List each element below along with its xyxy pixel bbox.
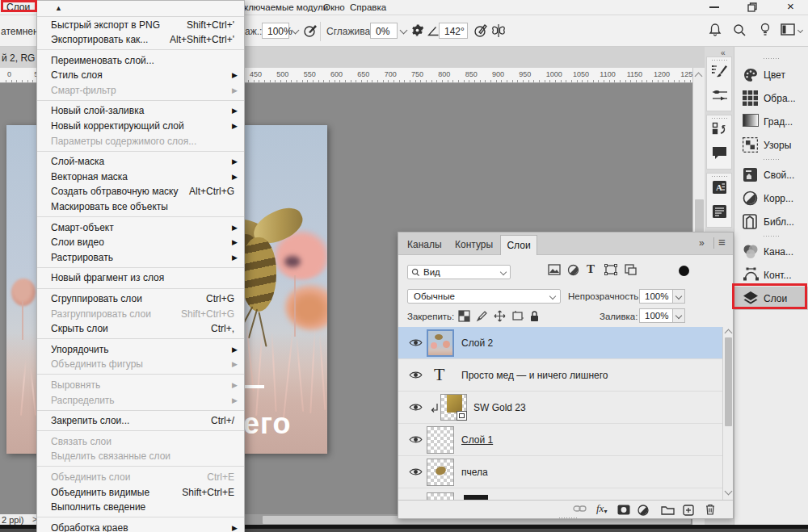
layer-name[interactable]: пчела: [461, 467, 488, 478]
panel-resize-handle[interactable]: [558, 517, 578, 519]
filter-pixel-layers-icon[interactable]: [548, 264, 561, 275]
smoothing-pen-icon[interactable]: [473, 23, 488, 38]
dock-panel-channels[interactable]: Кана...: [734, 240, 808, 263]
discover-bulb-icon[interactable]: [758, 22, 772, 37]
dock-group-handle[interactable]: [763, 235, 781, 237]
dock-group-handle[interactable]: [763, 57, 781, 60]
menu-item[interactable]: Закрепить слои...Ctrl+/: [37, 413, 244, 429]
panel-menu-icon[interactable]: ≡: [718, 235, 726, 249]
visibility-eye-icon[interactable]: [409, 403, 423, 412]
lock-transparent-icon[interactable]: [458, 310, 470, 322]
tab-channels[interactable]: Каналы: [407, 239, 442, 250]
dock-panel-adjustments[interactable]: Корр...: [734, 186, 808, 210]
delete-layer-trash-icon[interactable]: [705, 503, 716, 515]
menu-item[interactable]: Новый фрагмент из слоя: [37, 270, 244, 286]
menu-scroll-up[interactable]: ▲: [37, 1, 244, 17]
panel-overflow-icon[interactable]: »: [699, 237, 705, 249]
character-icon[interactable]: A: [712, 180, 727, 195]
layer-row[interactable]: Слой 2: [398, 327, 733, 359]
strip-group-handle[interactable]: [711, 117, 727, 119]
symmetry-butterfly-icon[interactable]: [490, 23, 507, 39]
smoothing-chevron-icon[interactable]: [400, 27, 408, 35]
visibility-eye-icon[interactable]: [409, 435, 423, 444]
lock-all-icon[interactable]: [529, 310, 540, 322]
menu-item[interactable]: Слои видео▶: [37, 235, 244, 250]
strip-group-handle[interactable]: [711, 59, 727, 61]
filter-smart-objects-icon[interactable]: [625, 264, 637, 275]
menu-item[interactable]: Слой-маска▶: [37, 154, 244, 170]
dock-panel-libraries[interactable]: Библ...: [734, 210, 808, 233]
angle-value-field[interactable]: 142°: [439, 23, 468, 39]
filter-adjustment-layers-icon[interactable]: [567, 264, 579, 276]
layer-row[interactable]: SW Gold 23: [398, 392, 733, 424]
menu-item[interactable]: Новый корректирующий слой▶: [37, 119, 244, 134]
menu-item[interactable]: Выполнить сведение: [37, 500, 244, 515]
menu-item[interactable]: Скрыть слоиCtrl+,: [37, 321, 244, 337]
blend-mode-select[interactable]: Обычные: [407, 289, 561, 304]
visibility-eye-icon[interactable]: [409, 338, 423, 347]
lock-artboard-icon[interactable]: [511, 310, 524, 322]
layer-row[interactable]: Слой 1: [398, 424, 733, 456]
layer-effects-icon[interactable]: fx▾: [596, 502, 607, 515]
zoom-chevron-icon[interactable]: [292, 27, 300, 35]
menu-item[interactable]: Сгруппировать слоиCtrl+G: [37, 291, 244, 307]
lock-position-icon[interactable]: [494, 310, 506, 322]
dock-panel-gradient[interactable]: Град...: [734, 110, 808, 133]
tab-paths[interactable]: Контуры: [455, 239, 493, 250]
menu-item[interactable]: Быстрый экспорт в PNGShift+Ctrl+': [37, 17, 244, 32]
dock-panel-patterns[interactable]: Узоры: [734, 133, 808, 157]
fill-chevron[interactable]: [673, 308, 685, 323]
lock-pixels-icon[interactable]: [476, 310, 488, 322]
menubar-item-plugins-partial[interactable]: ключаемые модули: [244, 2, 328, 12]
menubar-item-window[interactable]: Окно: [323, 2, 345, 12]
snapshot-icon[interactable]: [712, 122, 727, 137]
layer-name[interactable]: SW Gold 23: [473, 402, 526, 413]
layer-row[interactable]: пчела: [398, 456, 733, 488]
brushes-icon[interactable]: [712, 88, 728, 103]
window-close-button[interactable]: ×: [787, 0, 794, 13]
menu-item[interactable]: Обработка краев▶: [37, 520, 244, 532]
filter-toggle-icon[interactable]: [679, 266, 689, 276]
notifications-bell-icon[interactable]: [708, 23, 722, 37]
strip-group-handle[interactable]: [711, 175, 727, 178]
new-adjustment-icon[interactable]: [638, 505, 649, 516]
visibility-eye-icon[interactable]: [409, 371, 423, 379]
opacity-value-field[interactable]: 100%: [639, 289, 673, 304]
filter-shape-layers-icon[interactable]: [604, 264, 617, 275]
scroll-down-icon[interactable]: [725, 488, 733, 496]
fill-value-field[interactable]: 100%: [639, 308, 673, 323]
comments-icon[interactable]: [712, 146, 727, 160]
workspace-chevron-icon[interactable]: [797, 27, 803, 33]
menu-item[interactable]: Маскировать все объекты: [37, 199, 244, 215]
layer-row[interactable]: TПросто мед — и ничего лишнего: [398, 359, 733, 392]
workspace-panel-icon[interactable]: [781, 23, 795, 36]
add-mask-icon[interactable]: [617, 505, 630, 515]
gear-icon[interactable]: [410, 23, 424, 37]
panel-scroll-thumb[interactable]: [725, 337, 732, 426]
layer-filter-search[interactable]: Вид: [407, 265, 511, 279]
brush-settings-icon[interactable]: [712, 64, 728, 78]
smoothing-value-field[interactable]: 0%: [370, 23, 398, 39]
opacity-chevron[interactable]: [673, 289, 685, 304]
menu-item[interactable]: Создать обтравочную маскуAlt+Ctrl+G: [37, 184, 244, 199]
search-icon[interactable]: [732, 23, 747, 37]
menu-item[interactable]: Экспортировать как...Alt+Shift+Ctrl+': [37, 32, 244, 48]
scroll-up-icon[interactable]: [725, 329, 733, 337]
menu-item[interactable]: Растрировать▶: [37, 249, 244, 265]
visibility-eye-icon[interactable]: [409, 467, 423, 476]
menu-item[interactable]: Стиль слоя▶: [37, 68, 244, 83]
menu-item[interactable]: Объединить видимыеShift+Ctrl+E: [37, 484, 244, 500]
scroll-up-icon[interactable]: [695, 73, 703, 81]
layer-row[interactable]: [398, 488, 733, 500]
window-minimize-button[interactable]: [709, 6, 719, 8]
menu-item[interactable]: Переименовать слой...: [37, 52, 244, 68]
new-layer-icon[interactable]: [683, 505, 694, 516]
dock-panel-properties[interactable]: Свой...: [734, 163, 808, 186]
tool-preset-icon[interactable]: [302, 23, 318, 39]
paragraph-icon[interactable]: [712, 204, 727, 219]
document-tab-title-partial[interactable]: й 2, RG: [2, 52, 35, 64]
layer-name[interactable]: Слой 2: [461, 337, 493, 349]
menu-item[interactable]: Смарт-объект▶: [37, 220, 244, 235]
link-layers-icon[interactable]: [573, 505, 587, 513]
menubar-item-help[interactable]: Справка: [350, 2, 386, 12]
